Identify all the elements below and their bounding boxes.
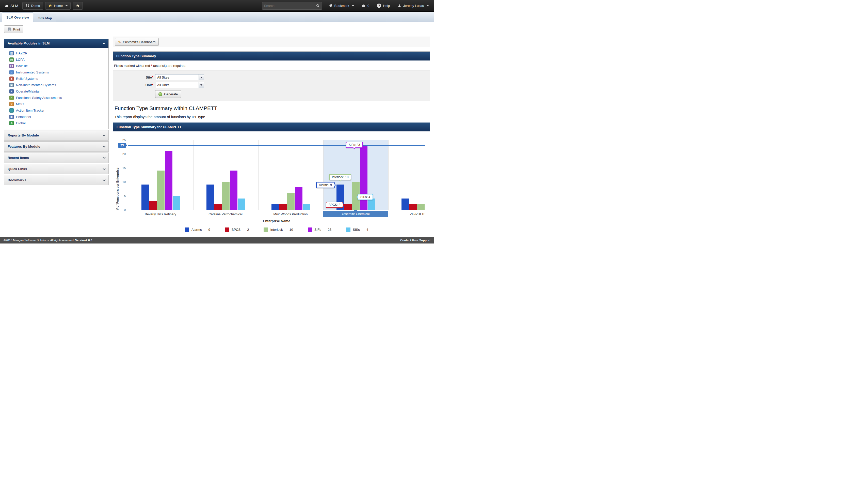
sidebar-item-instrumented-systems[interactable]: ≡Instrumented Systems [4,69,108,76]
x-axis-label: ZU-PUEB: Zur [388,212,425,216]
bar-alarms-muir-woods-production[interactable] [272,204,279,210]
sidebar-section-reports-by-module[interactable]: Reports By Module [4,130,109,141]
chevron-down-icon [102,167,105,170]
x-axis-label-highlighted[interactable]: Yosemite Chemical [323,211,388,217]
plot: Alarms: 9BPCS: 2Interlock: 10SIFs: 23SIS… [128,140,425,210]
search-input[interactable] [264,4,316,8]
functional-safety-assessments-icon: ✓ [9,95,14,100]
sidebar-item-label[interactable]: HAZOP [16,51,27,55]
dropdown-arrow-icon[interactable] [198,82,204,88]
gridline [128,154,425,154]
legend-item-alarms[interactable]: Alarms9 [185,228,210,232]
bar-interlock-zu-pueb-zur[interactable] [417,204,425,210]
bar-siss-muir-woods-production[interactable] [303,204,310,210]
briefcase-button[interactable]: 0 [359,2,372,10]
dropdown-arrow-icon[interactable] [198,75,204,80]
bar-interlock-beverly-hills-refinery[interactable] [157,171,164,210]
bar-sifs-muir-woods-production[interactable] [295,187,303,210]
sidebar-item-operate-maintain[interactable]: +Operate/Maintain [4,88,108,94]
contact-support-link[interactable]: Contact User Support [400,239,430,242]
bar-bpcs-muir-woods-production[interactable] [279,204,287,210]
sidebar-item-functional-safety-assessments[interactable]: ✓Functional Safety Assessments [4,94,108,101]
bar-siss-yosemite-chemical[interactable] [368,199,375,210]
sidebar-item-label[interactable]: Operate/Maintain [16,89,41,93]
home-button[interactable] [73,2,83,10]
modules-panel-header[interactable]: Available Modules in SLM [4,39,108,48]
tooltip-sifs: SIFs: 23 [346,142,363,148]
bar-interlock-muir-woods-production[interactable] [287,193,294,210]
bar-alarms-catalina-petrochemical[interactable] [207,184,214,210]
sidebar-section-quick-links[interactable]: Quick Links [4,164,109,174]
brand-label: SLM [10,4,18,8]
sidebar-item-bow-tie[interactable]: ⋈Bow Tie [4,63,108,69]
tab-slm-overview[interactable]: SLM Overview [2,12,33,22]
sidebar-item-relief-systems[interactable]: ▲Relief Systems [4,76,108,82]
site-select[interactable]: All Sites [155,74,204,80]
sidebar-section-label: Recent Items [8,156,29,160]
legend-item-sifs[interactable]: SIFs23 [308,228,332,232]
legend-label: SISs [353,228,360,232]
sidebar-section-features-by-module[interactable]: Features By Module [4,141,109,152]
legend-label: BPCS [231,228,241,232]
sidebar-item-label[interactable]: Relief Systems [16,77,38,81]
sidebar-item-action-item-tracker[interactable]: →Action Item Tracker [4,107,108,114]
version-link[interactable]: Version2.0.0 [75,239,92,242]
sidebar-item-label[interactable]: Non-Instrumented Systems [16,83,56,87]
sidebar-section-bookmarks[interactable]: Bookmarks [4,175,109,185]
sidebar-item-label[interactable]: LOPA [16,58,25,61]
search-box[interactable] [262,2,322,10]
sidebar-item-label[interactable]: Action Item Tracker [16,109,44,112]
bar-alarms-beverly-hills-refinery[interactable] [142,184,149,210]
help-button[interactable]: ? Help [374,2,393,10]
bar-sifs-catalina-petrochemical[interactable] [230,171,238,210]
app-brand[interactable]: SLM [3,4,20,8]
legend-item-interlock[interactable]: Interlock10 [264,228,293,232]
chevron-down-icon [427,5,429,6]
sidebar-item-label[interactable]: Instrumented Systems [16,70,49,74]
bookmark-dropdown[interactable]: Bookmark [326,2,357,10]
sidebar-item-lopa[interactable]: ▤LOPA [4,56,108,63]
bar-bpcs-yosemite-chemical[interactable] [344,204,352,210]
sidebar-item-label[interactable]: Bow Tie [16,64,28,68]
legend-item-siss[interactable]: SISs4 [346,228,368,232]
bar-interlock-catalina-petrochemical[interactable] [222,182,229,210]
sidebar-item-global[interactable]: ⊕Global [4,120,108,126]
gridline [388,140,389,210]
tab-site-map[interactable]: Site Map [34,14,56,22]
bar-sifs-yosemite-chemical[interactable] [360,145,368,210]
sidebar-item-personnel[interactable]: ◉Personnel [4,114,108,120]
sidebar-item-moc[interactable]: ↻MOC [4,101,108,107]
home-dropdown[interactable]: Home [45,2,71,10]
unit-select[interactable]: All Units [155,82,204,88]
sidebar-item-non-instrumented-systems[interactable]: ▣Non-Instrumented Systems [4,82,108,88]
bar-siss-beverly-hills-refinery[interactable] [173,196,180,210]
site-select-value: All Sites [155,76,169,79]
bar-sifs-beverly-hills-refinery[interactable] [165,151,173,210]
x-axis-label: Muir Woods Production [258,212,323,216]
sidebar-item-label[interactable]: Personnel [16,115,31,119]
search-icon[interactable] [316,4,320,8]
print-button[interactable]: Print [4,25,23,33]
sidebar-item-hazop[interactable]: ▦HAZOP [4,50,108,56]
gridline [128,182,425,182]
bar-alarms-zu-pueb-zur[interactable] [402,199,409,210]
sidebar-section-recent-items[interactable]: Recent Items [4,152,109,163]
operate-maintain-icon: + [9,89,14,93]
bar-bpcs-catalina-petrochemical[interactable] [214,204,222,210]
customize-dashboard-button[interactable]: ✎ Customize Dashboard [115,38,159,46]
user-menu[interactable]: Jeremy Lucas [395,2,431,10]
grid-icon [25,4,29,8]
gridline [258,140,258,210]
sidebar-item-label[interactable]: MOC [16,102,24,106]
user-icon [397,4,402,8]
company-link[interactable]: Mangan Software Solutions [13,239,49,242]
sidebar-item-label[interactable]: Global [16,121,26,125]
bar-bpcs-beverly-hills-refinery[interactable] [149,201,157,210]
bar-siss-catalina-petrochemical[interactable] [238,199,245,210]
bar-bpcs-zu-pueb-zur[interactable] [409,204,417,210]
sidebar-item-label[interactable]: Functional Safety Assessments [16,96,62,99]
generate-button[interactable]: Generate [155,90,181,98]
non-instrumented-systems-icon: ▣ [9,83,14,87]
demo-button[interactable]: Demo [22,2,43,10]
legend-item-bpcs[interactable]: BPCS2 [225,228,249,232]
